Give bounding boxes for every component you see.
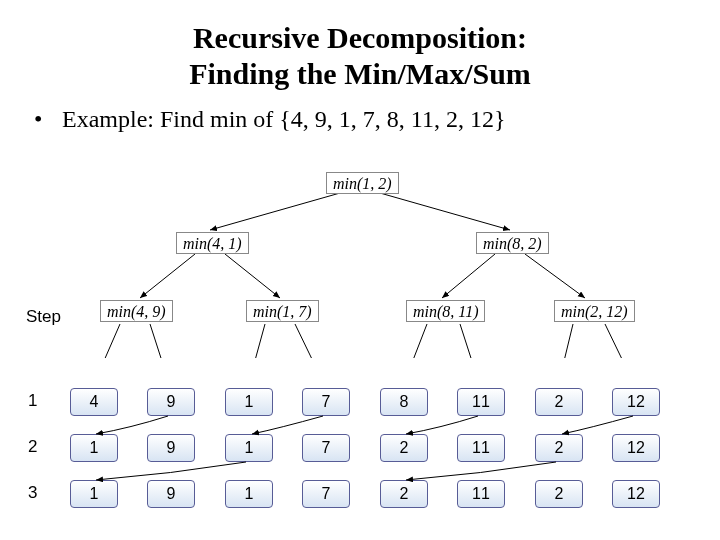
tree-node-rl: min(8, 11) — [406, 300, 485, 322]
svg-line-3 — [225, 254, 280, 298]
svg-line-12 — [558, 324, 573, 358]
title-line1: Recursive Decomposition: — [193, 21, 527, 54]
svg-line-2 — [140, 254, 195, 298]
page-title: Recursive Decomposition: Finding the Min… — [0, 20, 720, 92]
title-line2: Finding the Min/Max/Sum — [189, 57, 531, 90]
example-line: • Example: Find min of {4, 9, 1, 7, 8, 1… — [34, 106, 720, 133]
svg-line-13 — [605, 324, 635, 358]
svg-line-4 — [442, 254, 495, 298]
tree-node-root: min(1, 2) — [326, 172, 399, 194]
step-table: 1 2 3 4 9 1 7 8 11 2 12 1 9 1 7 2 11 2 1… — [0, 388, 720, 528]
svg-line-8 — [248, 324, 265, 358]
svg-line-5 — [525, 254, 585, 298]
step-arrows — [0, 388, 720, 528]
svg-line-1 — [380, 193, 510, 230]
svg-line-10 — [403, 324, 427, 358]
step-header: Step — [26, 307, 61, 327]
tree-node-lr: min(1, 7) — [246, 300, 319, 322]
svg-line-0 — [210, 193, 340, 230]
svg-line-11 — [460, 324, 480, 358]
tree-edges — [0, 168, 720, 358]
tree-node-l: min(4, 1) — [176, 232, 249, 254]
tree-node-ll: min(4, 9) — [100, 300, 173, 322]
svg-line-9 — [295, 324, 325, 358]
svg-line-7 — [150, 324, 170, 358]
bullet-icon: • — [34, 106, 56, 133]
tree-node-r: min(8, 2) — [476, 232, 549, 254]
example-text: Example: Find min of {4, 9, 1, 7, 8, 11,… — [62, 106, 505, 132]
tree-node-rr: min(2, 12) — [554, 300, 635, 322]
svg-line-6 — [93, 324, 120, 358]
recursion-tree: min(1, 2) min(4, 1) min(8, 2) min(4, 9) … — [0, 168, 720, 358]
